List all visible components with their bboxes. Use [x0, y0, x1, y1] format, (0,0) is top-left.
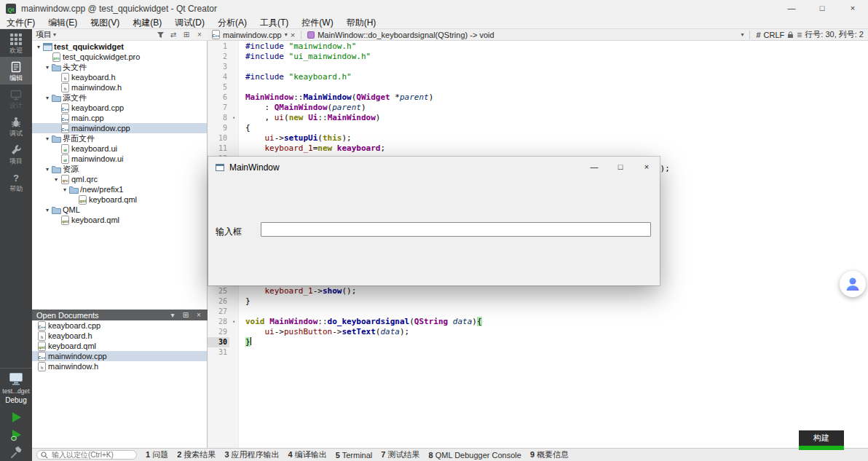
- split-icon[interactable]: ⊞: [182, 30, 191, 40]
- fold-marker-icon[interactable]: ▾: [229, 317, 238, 327]
- line-number: 5: [208, 82, 229, 92]
- code-line-29: 29 ui->pushButton->setText(data);: [208, 327, 868, 337]
- tree-item-pro-file[interactable]: protest_qquickwidget.pro: [32, 52, 207, 62]
- tree-item-resources-folder[interactable]: ▾资源: [32, 164, 207, 174]
- expander-icon[interactable]: ▾: [35, 44, 42, 50]
- locator-searchbox[interactable]: [36, 450, 137, 460]
- tree-item-project-root[interactable]: ▾test_qquickwidget: [32, 42, 207, 52]
- mode-item-design: 设计: [0, 84, 32, 112]
- symbol-dropdown-icon[interactable]: ▾: [741, 31, 743, 38]
- output-pane-application-output[interactable]: 3 应用程序输出: [224, 449, 279, 460]
- tree-item-keyboard-qml-res[interactable]: qmlkeyboard.qml: [32, 194, 207, 205]
- close-pane-icon[interactable]: ×: [195, 30, 204, 40]
- tree-item-keayboard-h[interactable]: hkeayboard.h: [32, 72, 207, 82]
- mode-item-projects[interactable]: 项目: [0, 140, 32, 168]
- document-dropdown-icon[interactable]: ▾: [285, 31, 288, 38]
- build-progress-bar: [799, 446, 844, 450]
- output-pane-terminal[interactable]: 5 Terminal: [336, 451, 373, 460]
- assistant-bubble[interactable]: [840, 271, 866, 297]
- menu-item-debug[interactable]: 调试(D): [168, 17, 211, 28]
- pane-menu-icon[interactable]: ▾: [168, 310, 177, 320]
- tree-item-main-cpp[interactable]: C++main.cpp: [32, 113, 207, 123]
- fold-marker-icon[interactable]: ▾: [229, 113, 238, 123]
- kit-selector[interactable]: test...dget Debug: [0, 368, 32, 409]
- mode-item-debug[interactable]: 调试: [0, 112, 32, 140]
- debug-run-button[interactable]: [0, 426, 32, 444]
- window-minimize-button[interactable]: —: [776, 0, 807, 17]
- sync-with-editor-icon[interactable]: ⇄: [169, 30, 178, 40]
- line-ending-selector[interactable]: CRLF: [764, 31, 785, 39]
- menu-item-edit[interactable]: 编辑(E): [42, 17, 84, 28]
- mode-item-edit[interactable]: 编辑: [0, 57, 32, 84]
- tree-item-qml-group[interactable]: ▾QML: [32, 205, 207, 215]
- dialog-maximize-button[interactable]: □: [607, 157, 634, 178]
- output-pane-qml-debugger-console[interactable]: 8 QML Debugger Console: [429, 451, 521, 460]
- dialog-text-input[interactable]: [261, 222, 651, 237]
- open-document-keyboard-qml[interactable]: qmlkeyboard.qml: [32, 341, 207, 351]
- output-pane-issues[interactable]: 1 问题: [146, 449, 168, 460]
- menu-item-help[interactable]: 帮助(H): [340, 17, 383, 28]
- tree-item-keayboard-cpp[interactable]: C++keayboard.cpp: [32, 103, 207, 113]
- window-titlebar[interactable]: Qt mainwindow.cpp @ test_qquickwidget - …: [0, 0, 868, 17]
- symbol-selector[interactable]: MainWindow::do_keyboardsignal(QString) -…: [317, 31, 494, 39]
- tree-item-headers-folder[interactable]: ▾头文件: [32, 62, 207, 72]
- encoding-hash-icon[interactable]: #: [756, 31, 760, 39]
- menu-item-build[interactable]: 构建(B): [126, 17, 168, 28]
- code-text: ui->pushButton->setText(data);: [238, 327, 409, 337]
- svg-text:C++: C++: [39, 324, 46, 328]
- svg-text:C++: C++: [62, 117, 69, 121]
- document-selector[interactable]: mainwindow.cpp: [223, 31, 282, 39]
- expander-icon[interactable]: ▾: [44, 64, 51, 71]
- split-icon[interactable]: ⊞: [181, 310, 190, 320]
- menu-item-file[interactable]: 文件(F): [0, 17, 42, 28]
- dialog-close-button[interactable]: ×: [634, 157, 660, 178]
- expander-icon[interactable]: ▾: [61, 186, 68, 193]
- menu-item-widgets[interactable]: 控件(W): [295, 17, 339, 28]
- output-pane-summary[interactable]: 9 概要信息: [530, 449, 569, 460]
- run-button[interactable]: [0, 409, 32, 426]
- tree-item-mainwindow-h[interactable]: hmainwindow.h: [32, 82, 207, 92]
- tree-item-keayboard-ui[interactable]: uikeayboard.ui: [32, 143, 207, 154]
- tree-item-new-prefix1[interactable]: ▾/new/prefix1: [32, 184, 207, 194]
- output-pane-test-results[interactable]: 7 测试结果: [381, 449, 419, 460]
- menu-item-analyze[interactable]: 分析(A): [211, 17, 253, 28]
- build-button[interactable]: [0, 444, 32, 461]
- menu-item-view[interactable]: 视图(V): [84, 17, 126, 28]
- svg-text:ui: ui: [63, 157, 67, 162]
- open-document-keayboard-cpp[interactable]: C++keayboard.cpp: [32, 320, 207, 331]
- code-line-3: 3: [208, 62, 868, 72]
- window-close-button[interactable]: ×: [837, 0, 868, 17]
- tree-item-forms-folder[interactable]: ▾界面文件: [32, 133, 207, 143]
- tree-item-mainwindow-cpp[interactable]: C++mainwindow.cpp: [32, 123, 207, 133]
- open-document-mainwindow-cpp[interactable]: C++mainwindow.cpp: [32, 351, 207, 361]
- expander-icon[interactable]: ▾: [44, 95, 51, 101]
- mode-item-welcome[interactable]: 欢迎: [0, 29, 32, 57]
- tree-item-mainwindow-ui[interactable]: uimainwindow.ui: [32, 154, 207, 164]
- build-progress[interactable]: 构建: [799, 430, 844, 450]
- mode-item-help[interactable]: ?帮助: [0, 168, 32, 195]
- projects-pane-title[interactable]: 项目: [36, 29, 52, 40]
- expander-icon[interactable]: ▾: [44, 166, 51, 173]
- locator-input[interactable]: [50, 450, 133, 460]
- expander-icon[interactable]: ▾: [52, 176, 60, 183]
- editor-menu-icon[interactable]: ≡: [797, 30, 802, 40]
- expander-icon[interactable]: ▾: [44, 207, 51, 213]
- tree-item-keyboard-qml[interactable]: qmlkeyboard.qml: [32, 215, 207, 225]
- document-close-icon[interactable]: ×: [291, 31, 295, 39]
- output-pane-compile-output[interactable]: 4 编译输出: [288, 449, 327, 460]
- output-pane-search-results[interactable]: 2 搜索结果: [177, 449, 216, 460]
- tree-item-sources-folder[interactable]: ▾源文件: [32, 92, 207, 103]
- expander-icon[interactable]: ▾: [44, 135, 51, 142]
- open-document-mainwindow-h[interactable]: hmainwindow.h: [32, 361, 207, 371]
- dialog-minimize-button[interactable]: —: [581, 157, 607, 178]
- tree-item-qml-qrc[interactable]: ▾qrcqml.qrc: [32, 174, 207, 184]
- pane-selector-dropdown-icon[interactable]: ▾: [53, 31, 56, 38]
- close-pane-icon[interactable]: ×: [194, 310, 203, 320]
- open-document-keayboard-h[interactable]: hkeayboard.h: [32, 331, 207, 341]
- line-number: 4: [208, 72, 229, 82]
- filter-icon[interactable]: [156, 31, 165, 39]
- dialog-titlebar[interactable]: MainWindow — □ ×: [208, 157, 660, 178]
- window-maximize-button[interactable]: □: [807, 0, 837, 17]
- menu-item-tools[interactable]: 工具(T): [253, 17, 295, 28]
- fold-gutter: [229, 72, 238, 82]
